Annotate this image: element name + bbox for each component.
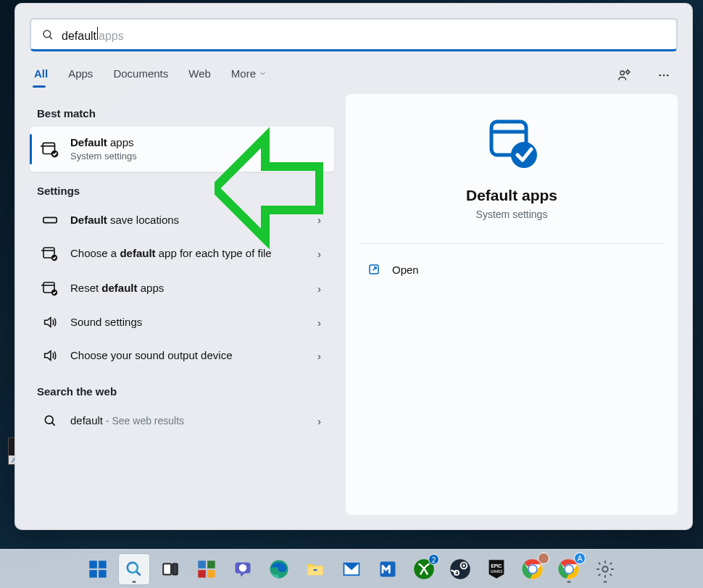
chevron-right-icon: › [317, 316, 325, 329]
svg-rect-41 [207, 570, 215, 578]
edge-button[interactable] [264, 554, 294, 584]
result-sound-output-device[interactable]: Choose your sound output device › [30, 339, 334, 372]
open-label: Open [392, 264, 419, 276]
svg-marker-21 [45, 318, 51, 327]
svg-rect-36 [163, 563, 171, 574]
svg-line-24 [52, 423, 55, 426]
xbox-button[interactable]: 2 [409, 554, 439, 584]
svg-marker-44 [241, 573, 245, 576]
svg-point-2 [620, 71, 624, 75]
app-check-icon [40, 140, 60, 159]
svg-point-23 [45, 416, 53, 424]
result-web-default[interactable]: default - See web results › [30, 405, 334, 437]
search-taskbar-button[interactable] [119, 554, 149, 584]
svg-line-1 [49, 36, 52, 39]
search-icon [40, 413, 60, 428]
settings-heading: Settings [30, 172, 334, 204]
svg-line-35 [136, 571, 140, 575]
sound-icon [40, 348, 60, 364]
tab-all[interactable]: All [33, 63, 49, 87]
svg-point-55 [462, 564, 465, 567]
result-sound-settings[interactable]: Sound settings › [30, 306, 334, 339]
settings-button[interactable] [590, 554, 620, 584]
chevron-right-icon: › [317, 282, 325, 295]
svg-rect-40 [198, 570, 206, 578]
sound-icon [40, 314, 60, 330]
svg-point-3 [626, 70, 629, 73]
xbox-badge: 2 [428, 554, 439, 565]
svg-point-27 [511, 142, 537, 168]
result-choose-default-app-filetype[interactable]: Choose a default app for each type of fi… [30, 236, 334, 271]
chevron-right-icon: › [317, 415, 325, 427]
filter-tabs: All Apps Documents Web More [15, 60, 692, 87]
web-heading: Search the web [30, 372, 334, 405]
start-search-flyout: default apps All Apps Documents Web More… [14, 3, 693, 530]
preview-title: Default apps [466, 187, 557, 204]
results-column: Best match Default apps System settings … [30, 94, 334, 515]
result-preview-pane: Default apps System settings Open [346, 94, 678, 515]
epic-games-button[interactable]: EPICGAMES [481, 554, 512, 584]
svg-rect-32 [89, 570, 96, 578]
search-icon [41, 28, 54, 41]
app-check-icon [40, 245, 60, 262]
people-button[interactable] [614, 64, 636, 86]
svg-text:GAMES: GAMES [491, 569, 503, 573]
chevron-right-icon: › [317, 214, 325, 226]
svg-rect-39 [207, 560, 215, 568]
mail-button[interactable] [336, 554, 367, 584]
svg-point-43 [239, 564, 247, 572]
chevron-down-icon [259, 70, 267, 77]
search-typed: default [62, 30, 96, 43]
tab-more[interactable]: More [230, 63, 268, 87]
tab-documents[interactable]: Documents [112, 63, 170, 87]
svg-point-0 [43, 30, 51, 38]
open-external-icon [366, 263, 382, 276]
search-suggestion: apps [99, 30, 124, 43]
result-reset-default-apps[interactable]: Reset default apps › [30, 271, 334, 306]
svg-rect-31 [99, 560, 107, 568]
svg-rect-46 [308, 566, 323, 575]
chat-button[interactable] [228, 554, 258, 584]
taskbar: 2 EPICGAMES A [0, 549, 703, 588]
svg-rect-30 [89, 560, 96, 568]
tab-web[interactable]: Web [187, 63, 212, 87]
svg-point-9 [663, 74, 665, 76]
svg-rect-33 [99, 570, 107, 578]
chrome-profile1-button[interactable] [517, 554, 548, 584]
svg-point-53 [450, 559, 470, 579]
svg-rect-37 [172, 563, 178, 574]
svg-point-65 [565, 565, 573, 573]
chevron-right-icon: › [317, 350, 325, 362]
result-default-save-locations[interactable]: Default save locations › [30, 204, 334, 236]
svg-point-34 [128, 562, 138, 572]
svg-point-10 [667, 74, 669, 76]
chevron-right-icon: › [317, 248, 325, 260]
result-default-apps[interactable]: Default apps System settings [30, 127, 334, 172]
start-button[interactable] [83, 554, 113, 584]
svg-point-8 [659, 74, 661, 76]
task-view-button[interactable] [155, 554, 186, 584]
search-input[interactable]: default apps [30, 18, 678, 51]
svg-point-66 [602, 566, 607, 571]
profile-badge [538, 553, 549, 564]
svg-rect-38 [198, 560, 206, 568]
svg-point-62 [529, 565, 537, 573]
svg-rect-47 [314, 569, 317, 571]
profile-badge: A [574, 553, 586, 564]
svg-text:EPIC: EPIC [491, 563, 502, 568]
app-m-button[interactable] [373, 554, 403, 584]
tab-apps[interactable]: Apps [67, 63, 94, 87]
more-options-button[interactable] [653, 64, 675, 86]
app-check-icon [40, 280, 60, 297]
text-caret [97, 27, 98, 40]
default-apps-large-icon [483, 116, 541, 174]
svg-marker-22 [45, 351, 51, 361]
chrome-profile2-button[interactable]: A [554, 554, 584, 584]
file-explorer-button[interactable] [300, 554, 330, 584]
preview-subtitle: System settings [476, 209, 548, 220]
rectangle-icon [40, 215, 60, 225]
widgets-button[interactable] [191, 554, 222, 584]
best-match-heading: Best match [30, 94, 334, 127]
open-action[interactable]: Open [360, 259, 663, 280]
steam-button[interactable] [445, 554, 475, 584]
